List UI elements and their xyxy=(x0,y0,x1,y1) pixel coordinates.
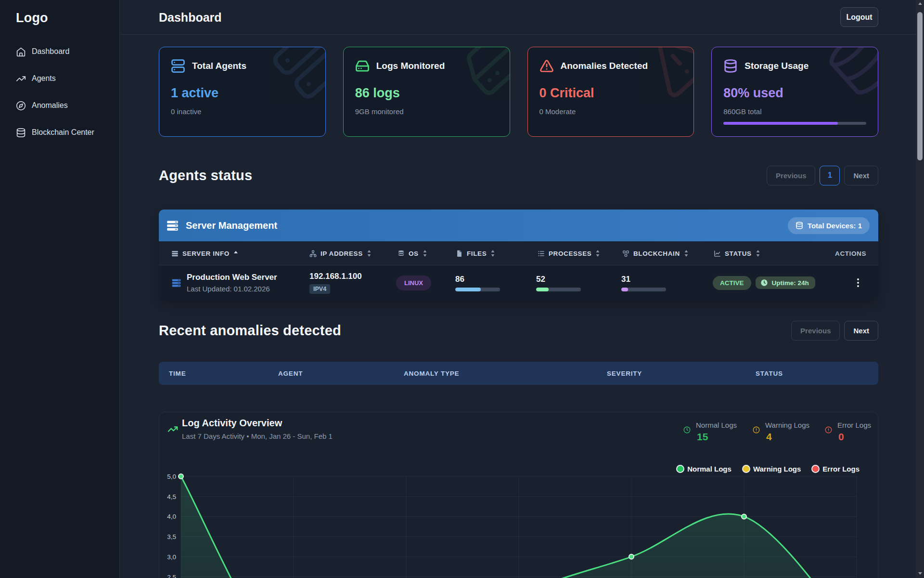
processes-cell: 52 xyxy=(536,265,581,300)
processes-bar-fill xyxy=(536,288,549,291)
sort-both-icon xyxy=(490,250,495,257)
trending-up-icon xyxy=(16,74,26,84)
sidebar-item-agents[interactable]: Agents xyxy=(0,65,119,92)
content: Total Agents 1 active 0 inactive Logs Mo… xyxy=(120,47,916,578)
server-panel-title: Server Management xyxy=(186,220,277,231)
server-icon xyxy=(171,59,185,73)
total-devices-badge: Total Devices: 1 xyxy=(788,217,870,234)
column-ip-address[interactable]: IP ADDRESS xyxy=(309,241,372,265)
anomalies-previous-button[interactable]: Previous xyxy=(791,321,840,341)
column-label: BLOCKCHAIN xyxy=(633,250,680,257)
storage-progress-fill xyxy=(723,122,837,125)
stat-card-head: Total Agents xyxy=(171,59,314,73)
anomalies-next-button[interactable]: Next xyxy=(844,321,878,341)
ip-cell: 192.168.1.100 IPV4 xyxy=(309,265,362,300)
server-management-panel: Server Management Total Devices: 1 SERVE… xyxy=(159,210,878,300)
svg-text:3,5: 3,5 xyxy=(167,533,176,540)
column-os[interactable]: OS xyxy=(398,241,427,265)
page-title: Dashboard xyxy=(159,11,222,25)
logout-button[interactable]: Logout xyxy=(840,7,878,27)
stat-card-value: 80% used xyxy=(723,86,866,101)
column-processes[interactable]: PROCESSES xyxy=(538,241,600,265)
server-icon xyxy=(171,278,181,288)
sort-both-icon xyxy=(684,250,689,257)
stat-card-head: Storage Usage xyxy=(723,59,866,73)
status-cell: ACTIVE Uptime: 24h xyxy=(713,265,815,300)
anomalies-table-header: TIME AGENT ANOMALY TYPE SEVERITY STATUS xyxy=(159,362,878,385)
svg-text:4,0: 4,0 xyxy=(167,513,176,520)
database-icon xyxy=(16,128,26,138)
anomalies-column-severity: SEVERITY xyxy=(607,362,642,385)
stat-card-title: Total Agents xyxy=(192,61,246,71)
sidebar-nav: Dashboard Agents Anomalies Blockchain Ce… xyxy=(0,38,119,146)
column-actions: ACTIONS xyxy=(835,241,866,265)
stat-card-head: Logs Monitored xyxy=(355,59,498,73)
uptime-badge: Uptime: 24h xyxy=(756,276,815,289)
column-label: IP ADDRESS xyxy=(321,250,363,257)
stat-card-value: 1 active xyxy=(171,86,314,101)
page-scrollbar[interactable] xyxy=(916,0,924,578)
kebab-dot xyxy=(857,282,859,284)
sort-both-icon xyxy=(595,250,600,257)
blocks-icon xyxy=(622,250,629,257)
stat-card-sub: 860GB total xyxy=(723,107,866,116)
app-logo: Logo xyxy=(0,0,119,26)
sidebar-item-dashboard[interactable]: Dashboard xyxy=(0,38,119,65)
database-icon xyxy=(723,59,738,73)
stat-card-title: Anomalies Detected xyxy=(561,61,648,71)
stat-card-total-agents: Total Agents 1 active 0 inactive xyxy=(159,47,326,137)
server-panel-header: Server Management Total Devices: 1 xyxy=(159,210,878,241)
sort-asc-icon xyxy=(233,250,238,257)
stat-card-value: 0 Critical xyxy=(539,86,682,101)
svg-text:3,0: 3,0 xyxy=(167,553,176,561)
blockchain-bar-track xyxy=(621,288,666,291)
ip-address: 192.168.1.100 xyxy=(309,272,362,281)
server-name-block: Production Web Server Last Updated: 01.0… xyxy=(187,273,277,293)
server-table-row[interactable]: Production Web Server Last Updated: 01.0… xyxy=(159,265,878,300)
stat-card-anomalies-detected: Anomalies Detected 0 Critical 0 Moderate xyxy=(527,47,694,137)
scrollbar-down-arrow[interactable] xyxy=(916,570,924,578)
blockchain-bar-fill xyxy=(621,288,628,291)
column-label: SERVER INFO xyxy=(182,250,230,257)
hard-drive-icon xyxy=(355,59,370,73)
sidebar-item-label: Anomalies xyxy=(32,101,68,110)
column-label: PROCESSES xyxy=(549,250,591,257)
agents-next-button[interactable]: Next xyxy=(844,166,878,185)
server-icon xyxy=(171,250,179,257)
database-icon xyxy=(398,250,405,257)
anomalies-head: Recent anomalies detected Previous Next xyxy=(159,318,878,343)
sidebar-item-anomalies[interactable]: Anomalies xyxy=(0,92,119,119)
svg-text:5,0: 5,0 xyxy=(167,473,176,480)
agents-page-1-button[interactable]: 1 xyxy=(820,166,840,185)
column-label: ACTIONS xyxy=(835,250,866,257)
agents-previous-button[interactable]: Previous xyxy=(767,166,815,185)
status-badge: ACTIVE xyxy=(713,276,751,290)
column-blockchain[interactable]: BLOCKCHAIN xyxy=(622,241,689,265)
server-last-updated: Last Updated: 01.02.2026 xyxy=(187,285,277,293)
server-name: Production Web Server xyxy=(187,273,277,282)
files-bar-track xyxy=(455,288,500,291)
topbar: Dashboard Logout xyxy=(120,0,916,35)
column-status[interactable]: STATUS xyxy=(714,241,760,265)
log-activity-chart: 0,00,51,01,52,02,53,03,54,04,55,0Mon, Ja… xyxy=(159,412,875,578)
alert-triangle-icon xyxy=(539,59,554,73)
log-activity-card: Log Activity Overview Last 7 Days Activi… xyxy=(159,412,878,578)
column-label: OS xyxy=(409,250,419,257)
server-info-cell: Production Web Server Last Updated: 01.0… xyxy=(171,265,277,300)
anomalies-title: Recent anomalies detected xyxy=(159,323,341,339)
scrollbar-thumb[interactable] xyxy=(917,12,923,160)
column-server-info[interactable]: SERVER INFO xyxy=(171,241,238,265)
network-icon xyxy=(309,250,317,257)
sort-both-icon xyxy=(423,250,427,257)
kebab-dot xyxy=(857,278,859,280)
stat-card-sub: 0 Moderate xyxy=(539,107,682,116)
files-cell: 86 xyxy=(455,265,500,300)
os-cell: LINUX xyxy=(396,265,431,300)
column-files[interactable]: FILES xyxy=(456,241,495,265)
sidebar-item-label: Blockchain Center xyxy=(32,128,94,137)
row-actions-menu-button[interactable] xyxy=(854,277,862,289)
sidebar-item-blockchain-center[interactable]: Blockchain Center xyxy=(0,119,119,146)
agents-status-title: Agents status xyxy=(159,168,252,184)
anomalies-column-status: STATUS xyxy=(756,362,783,385)
scrollbar-up-arrow[interactable] xyxy=(916,0,924,8)
